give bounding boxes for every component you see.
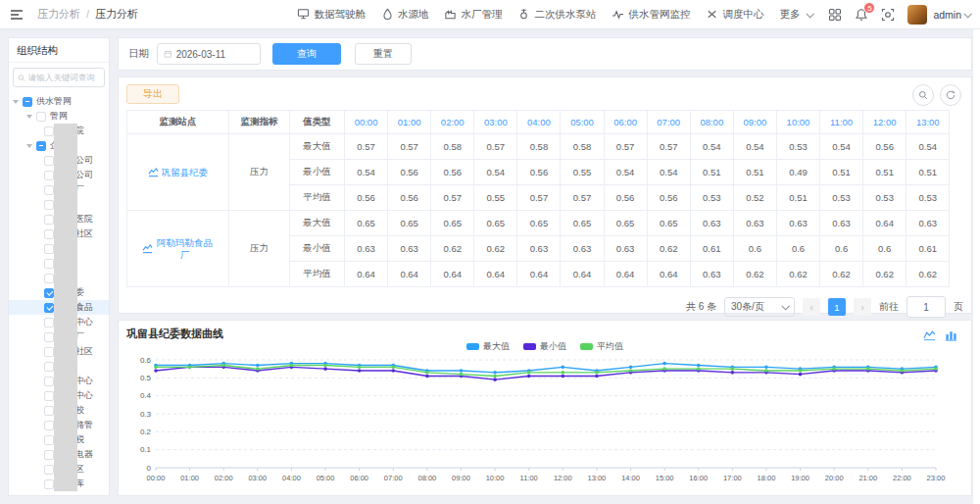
table-row: 巩留县纪委压力最大值0.570.570.580.570.580.580.570.… <box>127 134 950 160</box>
checkbox[interactable] <box>44 465 54 475</box>
notifications-button[interactable]: 5 <box>855 8 868 22</box>
station-cell[interactable]: 阿勒玛勒食品厂 <box>127 211 229 287</box>
nav-item-more[interactable]: 更多 <box>779 8 812 22</box>
svg-text:0.2: 0.2 <box>140 428 152 436</box>
chart-panel: 巩留县纪委数据曲线 最大值最小值平均值 00.10.20.30.40.50.60… <box>118 320 972 496</box>
nav-item-pump-station[interactable]: 二次供水泵站 <box>517 8 596 22</box>
caret-down-icon[interactable] <box>26 144 32 148</box>
value-cell: 0.65 <box>561 211 604 236</box>
nav-item-data-cockpit[interactable]: 数据驾驶舱 <box>297 8 366 22</box>
checkbox[interactable] <box>44 303 54 313</box>
checkbox[interactable] <box>44 421 54 430</box>
station-name-link[interactable]: 巩留县纪委 <box>162 167 209 177</box>
value-cell: 0.53 <box>820 185 863 211</box>
tree-search-input[interactable] <box>28 73 100 82</box>
checkbox[interactable] <box>44 126 54 136</box>
avatar[interactable] <box>907 5 927 25</box>
value-cell: 0.6 <box>820 236 863 262</box>
legend-marker <box>580 343 593 350</box>
fullscreen-scan-button[interactable] <box>881 8 895 22</box>
checkbox[interactable] <box>44 288 54 298</box>
table-refresh-button[interactable] <box>940 84 961 106</box>
checkbox[interactable] <box>36 141 46 151</box>
value-cell: 0.65 <box>431 211 474 236</box>
reset-button[interactable]: 重置 <box>355 43 412 65</box>
checkbox[interactable] <box>44 171 54 180</box>
checkbox[interactable] <box>44 332 54 342</box>
user-menu[interactable]: admin <box>933 9 970 21</box>
checkbox[interactable] <box>44 450 54 460</box>
checkbox[interactable] <box>44 259 54 269</box>
date-picker[interactable] <box>157 43 261 65</box>
checkbox[interactable] <box>44 185 54 195</box>
checkbox[interactable] <box>44 479 54 489</box>
svg-text:02:00: 02:00 <box>215 474 233 482</box>
value-cell: 0.54 <box>733 134 776 160</box>
page-size-select[interactable]: 30条/页 <box>724 297 795 317</box>
value-cell: 0.54 <box>345 160 388 185</box>
checkbox[interactable] <box>44 200 54 210</box>
current-page-button[interactable]: 1 <box>828 298 846 316</box>
svg-text:05:00: 05:00 <box>317 474 335 482</box>
svg-text:08:00: 08:00 <box>417 474 436 482</box>
legend-marker <box>523 343 536 350</box>
menu-collapse-icon[interactable] <box>10 9 24 21</box>
scrollbar-track[interactable] <box>972 29 980 504</box>
checkbox[interactable] <box>44 406 54 416</box>
legend-item[interactable]: 最大值 <box>466 340 510 353</box>
value-cell: 0.53 <box>690 185 733 211</box>
nav-item-water-plant[interactable]: 水厂管理 <box>444 8 502 22</box>
checkbox[interactable] <box>44 318 54 328</box>
checkbox[interactable] <box>36 112 46 122</box>
value-cell: 0.57 <box>604 134 647 160</box>
value-cell: 0.53 <box>906 185 950 211</box>
apps-grid-icon <box>828 8 842 22</box>
checkbox[interactable] <box>44 156 54 166</box>
svg-text:0.3: 0.3 <box>140 410 152 419</box>
checkbox[interactable] <box>23 97 32 107</box>
svg-text:19:00: 19:00 <box>791 474 809 482</box>
checkbox[interactable] <box>44 377 54 386</box>
bar-chart-toggle-icon[interactable] <box>945 329 957 341</box>
legend-item[interactable]: 平均值 <box>580 340 623 353</box>
prev-page-button[interactable]: ‹ <box>803 298 820 316</box>
query-button[interactable]: 查询 <box>272 43 341 65</box>
nav-item-water-source[interactable]: 水源地 <box>381 8 429 22</box>
value-cell: 0.62 <box>431 236 474 262</box>
nav-item-dispatch-center[interactable]: 调度中心 <box>706 8 763 22</box>
checkbox[interactable] <box>44 244 54 254</box>
apps-grid-button[interactable] <box>828 8 842 22</box>
date-input[interactable] <box>176 49 254 60</box>
goto-page-input[interactable] <box>906 296 946 318</box>
line-chart-toggle-icon[interactable] <box>923 329 936 341</box>
caret-down-icon[interactable] <box>13 100 19 104</box>
filter-panel: 日期 查询 重置 <box>118 37 972 71</box>
value-cell: 0.63 <box>906 211 950 236</box>
checkbox[interactable] <box>44 215 54 225</box>
checkbox[interactable] <box>44 229 54 239</box>
legend-label: 最大值 <box>483 340 510 353</box>
tree-item[interactable]: 管网 <box>9 109 109 124</box>
checkbox[interactable] <box>44 362 54 372</box>
station-name-link[interactable]: 阿勒玛勒食品厂 <box>156 237 215 260</box>
table-search-button[interactable] <box>912 84 934 106</box>
tree-item[interactable]: 供水管网 <box>9 94 109 109</box>
svg-text:10:00: 10:00 <box>486 474 505 482</box>
checkbox[interactable] <box>44 391 54 401</box>
station-cell[interactable]: 巩留县纪委 <box>127 134 229 211</box>
value-cell: 0.63 <box>517 236 561 262</box>
value-cell: 0.51 <box>690 160 733 185</box>
breadcrumb-parent[interactable]: 压力分析 <box>37 8 80 20</box>
caret-down-icon[interactable] <box>26 115 32 119</box>
checkbox[interactable] <box>44 347 54 357</box>
checkbox[interactable] <box>44 435 54 445</box>
checkbox[interactable] <box>44 274 54 283</box>
next-page-button[interactable]: › <box>854 298 871 316</box>
value-cell: 0.64 <box>647 262 690 287</box>
legend-item[interactable]: 最小值 <box>523 340 566 353</box>
value-cell: 0.56 <box>431 160 474 185</box>
value-cell: 0.57 <box>517 185 561 211</box>
nav-item-pipe-network[interactable]: 供水管网监控 <box>612 8 690 22</box>
export-button[interactable]: 导出 <box>126 84 179 104</box>
value-cell: 0.56 <box>863 134 906 160</box>
